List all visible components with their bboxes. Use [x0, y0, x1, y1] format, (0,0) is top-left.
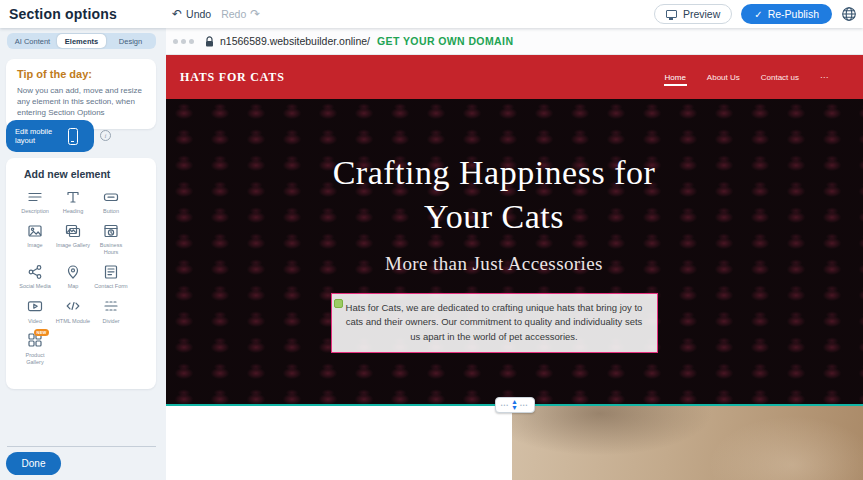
- add-element-title: Add new element: [6, 168, 156, 180]
- map-pin-icon: [65, 263, 82, 280]
- divider-icon: [103, 298, 120, 315]
- check-icon: ✓: [754, 9, 762, 20]
- new-badge: NEW: [34, 329, 49, 336]
- video-icon: [27, 298, 44, 315]
- image-gallery-icon: [65, 222, 82, 239]
- element-product-gallery[interactable]: NEW Product Gallery: [16, 332, 54, 366]
- monitor-icon: [666, 10, 677, 18]
- redo-label: Redo: [221, 8, 246, 20]
- contact-form-icon: [103, 263, 120, 280]
- site-preview: n1566589.websitebuilder.online/ GET YOUR…: [166, 28, 863, 480]
- site-logo[interactable]: HATS FOR CATS: [180, 70, 285, 85]
- hero-title[interactable]: Crafting Happiness for Your Cats: [166, 151, 822, 238]
- info-icon[interactable]: i: [100, 130, 111, 141]
- topbar: Section options ↶ Undo Redo ↷ Preview ✓ …: [0, 0, 863, 28]
- element-divider[interactable]: Divider: [92, 298, 130, 325]
- hero-subtitle[interactable]: More than Just Accessories: [166, 253, 822, 275]
- nav-home[interactable]: Home: [664, 69, 687, 86]
- tip-title: Tip of the day:: [17, 68, 146, 80]
- undo-button[interactable]: ↶ Undo: [172, 8, 211, 20]
- add-element-panel: Add new element Description Heading Butt…: [6, 158, 156, 389]
- undo-redo-group: ↶ Undo Redo ↷: [172, 0, 260, 28]
- hero-title-line1: Crafting Happiness for: [166, 151, 822, 195]
- undo-icon: ↶: [172, 8, 182, 20]
- site-url[interactable]: n1566589.websitebuilder.online/: [220, 35, 370, 47]
- page-title: Section options: [0, 6, 117, 22]
- next-section-image: [512, 406, 863, 480]
- hero-section[interactable]: Crafting Happiness for Your Cats More th…: [166, 99, 863, 404]
- handle-dots-icon: •••: [520, 403, 528, 408]
- edit-mobile-layout-label: Edit mobile layout: [15, 127, 61, 146]
- description-icon: [27, 188, 44, 205]
- tip-body: Now you can add, move and resize any ele…: [17, 85, 146, 119]
- sidebar-tabs: AI Content Elements Design: [7, 33, 156, 49]
- edit-mobile-layout-button[interactable]: Edit mobile layout: [6, 120, 94, 152]
- preview-button[interactable]: Preview: [654, 4, 732, 24]
- redo-icon: ↷: [250, 8, 260, 20]
- section-resize-handle[interactable]: ••• ▲▼ •••: [495, 397, 535, 413]
- window-dot-icon: [189, 39, 194, 44]
- next-section-blank-area: [166, 406, 512, 480]
- image-icon: [27, 222, 44, 239]
- section-boundary-line: ••• ▲▼ •••: [166, 404, 863, 406]
- tab-design[interactable]: Design: [106, 34, 155, 48]
- sidebar-divider: [7, 446, 156, 447]
- button-icon: [103, 188, 120, 205]
- social-media-icon: [27, 263, 44, 280]
- element-grid: Description Heading Button Image: [16, 188, 156, 366]
- undo-label: Undo: [186, 8, 211, 20]
- element-social-media[interactable]: Social Media: [16, 263, 54, 290]
- site-nav: Home About Us Contact us ⋯: [664, 55, 830, 99]
- tip-of-the-day-card: Tip of the day: Now you can add, move an…: [6, 59, 156, 129]
- handle-dots-icon: •••: [501, 403, 509, 408]
- done-button[interactable]: Done: [6, 452, 61, 475]
- element-contact-form[interactable]: Contact Form: [92, 263, 130, 290]
- mobile-phone-icon: [68, 128, 78, 145]
- heading-icon: [65, 188, 82, 205]
- language-globe-icon[interactable]: [841, 6, 857, 22]
- site-header: HATS FOR CATS Home About Us Contact us ⋯: [166, 55, 863, 99]
- republish-button[interactable]: ✓ Re-Publish: [741, 4, 832, 24]
- business-hours-icon: [103, 222, 120, 239]
- nav-more-icon[interactable]: ⋯: [819, 69, 829, 86]
- tab-ai-content[interactable]: AI Content: [8, 34, 57, 48]
- sidebar: AI Content Elements Design Tip of the da…: [0, 28, 166, 480]
- element-drag-handle-icon[interactable]: [334, 299, 343, 308]
- topbar-actions: Preview ✓ Re-Publish: [654, 0, 857, 28]
- window-dot-icon: [173, 39, 178, 44]
- html-code-icon: [65, 298, 82, 315]
- preview-label: Preview: [683, 8, 720, 20]
- element-map[interactable]: Map: [54, 263, 92, 290]
- element-image-gallery[interactable]: Image Gallery: [54, 222, 92, 256]
- element-button[interactable]: Button: [92, 188, 130, 215]
- hero-title-line2: Your Cats: [166, 195, 822, 239]
- redo-button[interactable]: Redo ↷: [221, 8, 260, 20]
- hero-body-text: Hats for Cats, we are dedicated to craft…: [346, 302, 643, 342]
- element-image[interactable]: Image: [16, 222, 54, 256]
- window-dot-icon: [181, 39, 186, 44]
- lock-icon: [205, 36, 214, 47]
- element-heading[interactable]: Heading: [54, 188, 92, 215]
- hero-text-element-selected[interactable]: Hats for Cats, we are dedicated to craft…: [331, 293, 658, 353]
- republish-label: Re-Publish: [768, 8, 819, 20]
- element-html-module[interactable]: HTML Module: [54, 298, 92, 325]
- browser-bar: n1566589.websitebuilder.online/ GET YOUR…: [166, 28, 863, 55]
- element-description[interactable]: Description: [16, 188, 54, 215]
- nav-contact-us[interactable]: Contact us: [760, 69, 800, 86]
- resize-arrows-icon: ▲▼: [511, 399, 518, 410]
- tab-elements[interactable]: Elements: [57, 34, 106, 48]
- next-section-partial: [166, 406, 863, 480]
- hero-content: Crafting Happiness for Your Cats More th…: [166, 99, 822, 404]
- nav-about-us[interactable]: About Us: [706, 69, 741, 86]
- get-domain-link[interactable]: GET YOUR OWN DOMAIN: [377, 35, 513, 47]
- element-business-hours[interactable]: Business Hours: [92, 222, 130, 256]
- element-video[interactable]: Video: [16, 298, 54, 325]
